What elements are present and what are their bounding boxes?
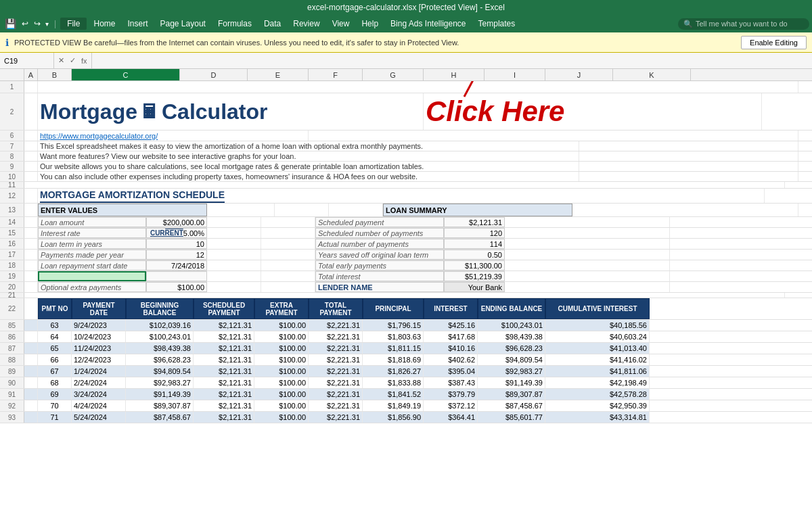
col-header-j[interactable]: J [545,69,613,80]
cell-f13[interactable] [329,204,383,216]
cell-rest-20[interactable] [505,282,670,292]
cell-f16[interactable] [261,239,315,249]
confirm-formula-icon[interactable]: ✓ [68,56,77,65]
undo-icon[interactable]: ↩ [20,19,30,28]
cell-rest-13[interactable] [572,204,798,216]
cell-f17[interactable] [261,250,315,260]
cell-a10[interactable] [24,172,38,181]
cell-rest-8[interactable] [579,151,798,161]
cell-a-88[interactable] [24,354,38,365]
search-box[interactable]: 🔍 [678,18,809,30]
cell-a-87[interactable] [24,343,38,354]
cell-a16[interactable] [24,239,38,249]
col-header-f[interactable]: F [309,69,363,80]
cell-d19[interactable] [146,271,207,281]
cell-a20[interactable] [24,282,38,292]
col-header-g[interactable]: G [363,69,424,80]
cell-a14[interactable] [24,217,38,227]
menu-page-layout[interactable]: Page Layout [155,18,211,30]
cell-a18[interactable] [24,260,38,270]
see-current-link[interactable]: * SEE CURRENT * [149,228,183,238]
ev-value-loan-term[interactable]: 10 [146,239,207,249]
cell-empty-11[interactable] [24,182,785,188]
cell-a-93[interactable] [24,412,38,423]
cell-a-91[interactable] [24,389,38,400]
ev-value-start-date[interactable]: 7/24/2018 [146,260,207,270]
cell-rest-7[interactable] [579,141,798,151]
ev-row-interest[interactable]: * SEE CURRENT * 5.00% [146,228,207,238]
col-header-e[interactable]: E [248,69,309,80]
cell-rest-14[interactable] [505,217,670,227]
col-header-c[interactable]: C [72,69,180,80]
cell-f14[interactable] [261,217,315,227]
cell-e17[interactable] [207,250,261,260]
cell-b1-wide[interactable] [38,81,798,93]
cell-gap-13[interactable] [207,204,275,216]
cell-a2[interactable] [24,93,38,130]
cell-rest-15[interactable] [505,228,670,238]
cell-e15[interactable] [207,228,261,238]
menu-templates[interactable]: Templates [473,18,521,30]
ev-value-extra[interactable]: $100.00 [146,282,207,292]
cell-a9[interactable] [24,162,38,171]
menu-review[interactable]: Review [288,18,325,30]
cell-a-89[interactable] [24,366,38,377]
cell-a-90[interactable] [24,377,38,388]
cell-rest-10[interactable] [579,172,798,181]
cell-a6[interactable] [24,131,38,141]
col-header-i[interactable]: I [484,69,545,80]
ls-lender-value[interactable]: Your Bank [444,282,505,292]
cell-rest-17[interactable] [505,250,670,260]
cell-f19[interactable] [261,271,315,281]
cell-e20[interactable] [207,282,261,292]
menu-data[interactable]: Data [258,18,286,30]
col-header-k[interactable]: K [613,69,691,80]
menu-formulas[interactable]: Formulas [212,18,257,30]
cell-a12[interactable] [24,189,38,203]
menu-view[interactable]: View [327,18,355,30]
menu-help[interactable]: Help [356,18,384,30]
cell-f20[interactable] [261,282,315,292]
menu-home[interactable]: Home [88,18,120,30]
cell-a1[interactable] [24,81,38,93]
cell-a7[interactable] [24,141,38,151]
save-icon[interactable]: 💾 [3,18,18,29]
cell-rest-6[interactable] [309,131,798,141]
col-header-d[interactable]: D [180,69,248,80]
cell-a15[interactable] [24,228,38,238]
cell-a-86[interactable] [24,331,38,342]
cell-rest-9[interactable] [579,162,798,171]
cell-f18[interactable] [261,260,315,270]
website-link[interactable]: https://www.mortgagecalculator.org/ [40,132,158,140]
cell-e19[interactable] [207,271,261,281]
customize-icon[interactable]: ▾ [44,20,50,28]
cell-e16[interactable] [207,239,261,249]
cell-empty-21[interactable] [24,293,785,298]
cell-a-85[interactable] [24,320,38,331]
cell-e14[interactable] [207,217,261,227]
cell-e13[interactable] [275,204,329,216]
cell-a17[interactable] [24,250,38,260]
cell-a13[interactable] [24,204,38,216]
insert-function-icon[interactable]: fx [80,57,89,65]
cell-e18[interactable] [207,260,261,270]
cell-link[interactable]: https://www.mortgagecalculator.org/ [38,131,309,141]
col-header-b[interactable]: B [38,69,72,80]
cell-a8[interactable] [24,151,38,161]
cell-f15[interactable] [261,228,315,238]
cell-a19[interactable] [24,271,38,281]
cell-rest-19[interactable] [505,271,670,281]
enable-editing-button[interactable]: Enable Editing [741,36,807,49]
cell-c19-selected[interactable] [38,271,146,281]
cell-a-92[interactable] [24,400,38,411]
col-header-h[interactable]: H [424,69,484,80]
cell-a22[interactable] [24,298,38,319]
cell-rest-16[interactable] [505,239,670,249]
cancel-formula-icon[interactable]: ✕ [57,56,66,65]
ev-value-pay-per-year[interactable]: 12 [146,250,207,260]
cell-rest-18[interactable] [505,260,670,270]
menu-file[interactable]: File [60,18,87,30]
menu-insert[interactable]: Insert [122,18,153,30]
ev-value-loan-amount[interactable]: $200,000.00 [146,217,207,227]
menu-bing-ads[interactable]: Bing Ads Intelligence [385,18,471,30]
